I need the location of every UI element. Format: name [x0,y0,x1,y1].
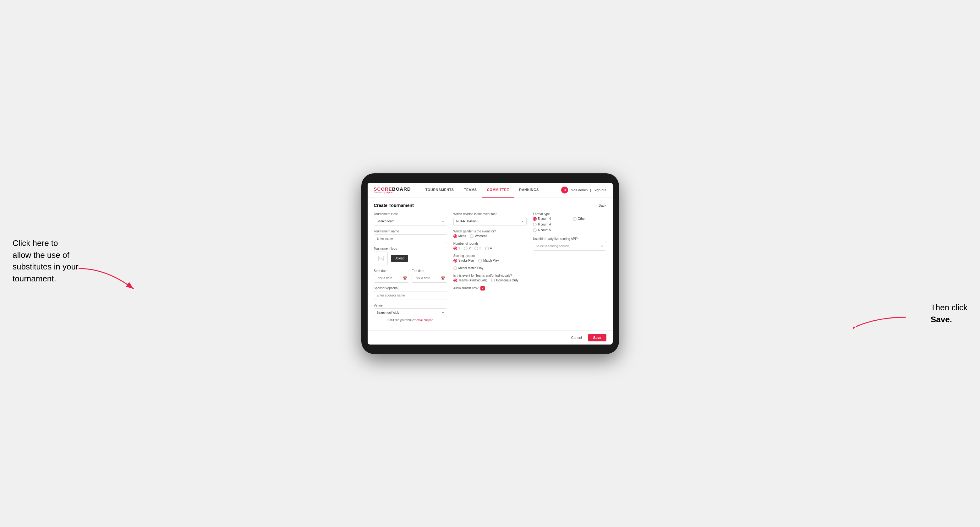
upload-button[interactable]: Upload [391,255,409,262]
tournament-logo-label: Tournament logo [374,247,447,250]
logo-powered-by: Powered by clippd [374,191,411,194]
tournament-name-group: Tournament name [374,230,447,243]
gender-radio-group: Mens Womens [453,234,527,238]
venue-select[interactable]: Search golf club [374,308,447,317]
scoring-match[interactable]: Match Play [478,259,499,263]
scoring-stroke[interactable]: Stroke Play [453,259,474,263]
nav-rankings[interactable]: RANKINGS [514,183,544,198]
tournament-host-select[interactable]: Search team [374,217,447,226]
scoring-medal-match[interactable]: Medal Match Play [453,266,483,270]
format-6count4-radio[interactable] [533,223,537,227]
navigation: SCOREBOARD Powered by clippd TOURNAMENTS… [368,183,613,198]
gender-group: Which gender is the event for? Mens Wome… [453,230,527,238]
format-other-radio[interactable] [573,217,577,221]
main-content: Create Tournament ‹ Back Tournament Host… [368,198,613,330]
dates-group: Start date 📅 End date [374,269,447,283]
format-6count4[interactable]: 6 count 4 [533,223,566,227]
form-col2: Which division is the event for? NCAA Di… [453,212,527,325]
format-6count5-radio[interactable] [533,228,537,232]
rounds-3-radio[interactable] [474,246,478,250]
event-individuals-radio[interactable] [491,279,495,283]
sponsor-group: Sponsor (optional) [374,286,447,300]
format-label: Format type [533,212,606,216]
event-individuals[interactable]: Individuals Only [491,279,519,283]
scoring-match-radio[interactable] [478,259,482,263]
gender-womens-radio[interactable] [470,234,474,238]
user-avatar: B [561,187,568,194]
venue-group: Venue Search golf club Can't find your v… [374,304,447,322]
format-5count4-radio[interactable] [533,217,537,221]
rounds-2[interactable]: 2 [464,246,471,250]
sponsor-input[interactable] [374,291,447,300]
form-col1: Tournament Host Search team Tournament n… [374,212,447,325]
event-type-group: Is this event for Teams and/or Individua… [453,274,527,283]
nav-tournaments[interactable]: TOURNAMENTS [420,183,459,198]
rounds-2-radio[interactable] [464,246,468,250]
event-teams-radio[interactable] [453,279,457,283]
logo-placeholder [374,252,388,265]
back-link[interactable]: ‹ Back [597,203,606,207]
form-footer: Cancel Save [368,330,613,344]
cancel-button[interactable]: Cancel [568,334,585,341]
division-select[interactable]: NCAA Division I [453,217,527,226]
format-options-grid: 5 count 4 Other 6 count 4 [533,217,606,232]
format-6count5[interactable]: 6 count 5 [533,228,566,232]
start-date-wrap: 📅 [374,274,409,283]
start-date-label: Start date [374,269,409,273]
nav-right: B blair admin | Sign out [561,187,606,194]
logo-scoreboard: SCOREBOARD [374,187,411,191]
format-other[interactable]: Other [573,217,606,221]
event-teams[interactable]: Teams (+Individuals) [453,279,487,283]
start-date-group: Start date 📅 [374,269,409,283]
save-button[interactable]: Save [588,334,606,341]
date-row: Start date 📅 End date [374,269,447,283]
arrow-left-svg [75,265,138,294]
end-date-wrap: 📅 [412,274,447,283]
tournament-name-input[interactable] [374,234,447,243]
scoring-service-select[interactable]: Select a scoring service [533,242,606,251]
form-col3: Format type 5 count 4 Other [533,212,606,325]
tournament-host-group: Tournament Host Search team [374,212,447,226]
scoring-group: Scoring system Stroke Play Match Play [453,254,527,270]
page-header: Create Tournament ‹ Back [374,203,606,208]
format-group: Format type 5 count 4 Other [533,212,606,232]
nav-teams[interactable]: TEAMS [459,183,482,198]
rounds-3[interactable]: 3 [474,246,481,250]
gender-mens[interactable]: Mens [453,234,466,238]
venue-label: Venue [374,304,447,307]
venue-email-link[interactable]: email support [416,319,433,322]
rounds-1[interactable]: 1 [453,246,460,250]
scoring-label: Scoring system [453,254,527,257]
tablet-device: SCOREBOARD Powered by clippd TOURNAMENTS… [361,173,619,354]
gender-mens-radio[interactable] [453,234,457,238]
rounds-group: Number of rounds 1 2 [453,242,527,250]
rounds-4-radio[interactable] [485,246,489,250]
gender-label: Which gender is the event for? [453,230,527,233]
event-type-label: Is this event for Teams and/or Individua… [453,274,527,277]
nav-links: TOURNAMENTS TEAMS COMMITTEE RANKINGS [420,183,562,198]
division-group: Which division is the event for? NCAA Di… [453,212,527,226]
format-5count4[interactable]: 5 count 4 [533,217,566,221]
outer-wrapper: Click here to allow the use of substitut… [13,173,967,354]
scoring-stroke-radio[interactable] [453,259,457,263]
gender-womens[interactable]: Womens [470,234,487,238]
logo-area: SCOREBOARD Powered by clippd [374,187,411,194]
logo-upload-area: Upload [374,252,447,265]
end-date-group: End date 📅 [412,269,447,283]
substitutes-checkbox[interactable] [480,286,485,290]
division-label: Which division is the event for? [453,212,527,216]
sign-out-link[interactable]: Sign out [593,188,606,192]
rounds-radio-group: 1 2 3 [453,246,527,250]
api-group: Use third-party live scoring API? Select… [533,237,606,251]
api-label: Use third-party live scoring API? [533,237,606,241]
rounds-4[interactable]: 4 [485,246,492,250]
rounds-1-radio[interactable] [453,246,457,250]
end-date-icon: 📅 [441,276,445,280]
scoring-medal-match-radio[interactable] [453,266,457,270]
event-type-radio-group: Teams (+Individuals) Individuals Only [453,279,527,283]
tournament-logo-group: Tournament logo Upload [374,247,447,265]
form-columns: Tournament Host Search team Tournament n… [374,212,606,325]
end-date-label: End date [412,269,447,273]
sponsor-label: Sponsor (optional) [374,286,447,290]
nav-committee[interactable]: COMMITTEE [482,183,514,198]
